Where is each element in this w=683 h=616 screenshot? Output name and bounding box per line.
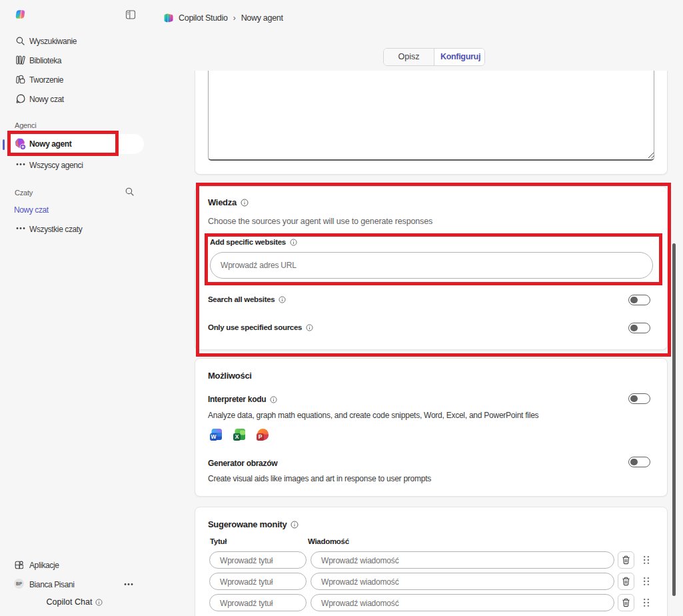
svg-text:X: X [235, 433, 239, 440]
svg-text:W: W [211, 433, 217, 440]
svg-text:P: P [259, 433, 263, 440]
